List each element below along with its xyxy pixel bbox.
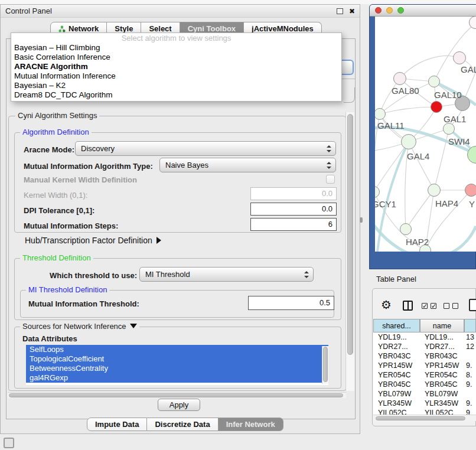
- table-row[interactable]: YBR045CYBR045C9.: [373, 380, 476, 389]
- data-attributes-label: Data Attributes: [22, 334, 77, 343]
- zoom-window-icon[interactable]: [397, 7, 404, 14]
- mi-threshold-label: Mutual Information Threshold:: [28, 299, 139, 308]
- dropdown-item-aracne[interactable]: ARACNE Algorithm: [11, 62, 341, 71]
- collapsed-arrow-icon: [157, 237, 161, 244]
- node-gal1[interactable]: [431, 101, 442, 113]
- dropdown-item-bayesian-k2[interactable]: Bayesian – K2: [11, 81, 341, 90]
- attribute-item-topological[interactable]: TopologicalCoefficient: [26, 354, 328, 364]
- which-threshold-label: Which threshold to use:: [50, 271, 137, 280]
- mi-threshold-input[interactable]: 0.5: [248, 296, 334, 310]
- new-table-icon[interactable]: [469, 299, 476, 311]
- column-layout-icon[interactable]: [403, 301, 413, 311]
- node-gal-top[interactable]: [453, 51, 466, 64]
- deselect-all-checkbox-icon[interactable]: [444, 303, 449, 309]
- manual-kernel-label: Manual Kernel Width Definition: [24, 175, 137, 184]
- attribute-item-selfloops[interactable]: SelfLoops: [26, 345, 328, 354]
- spinner-arrows-icon: [327, 145, 331, 152]
- table-horizontal-scrollbar[interactable]: [373, 415, 476, 421]
- dropdown-item-bayesian-hill[interactable]: Bayesian – Hill Climbing: [11, 43, 341, 53]
- node-y-salmon[interactable]: [465, 184, 476, 197]
- node-label-gal1: GAL1: [444, 114, 466, 124]
- dpi-tolerance-input[interactable]: 0.0: [250, 203, 337, 216]
- table-row[interactable]: YER054CYER054C8.: [373, 370, 476, 380]
- node-gal4[interactable]: [401, 134, 416, 149]
- panel-splitter-handle[interactable]: [360, 217, 363, 223]
- bottom-tabs: Impute Data Discretize Data Infer Networ…: [87, 418, 283, 431]
- mi-steps-input[interactable]: 6: [250, 218, 337, 231]
- table-row[interactable]: YLR345WYLR345W9.: [373, 399, 476, 408]
- node-label-gal4: GAL4: [407, 151, 429, 161]
- dropdown-item-mutual-information[interactable]: Mutual Information Inference: [11, 71, 341, 81]
- attributes-list-scrollbar[interactable]: [322, 346, 328, 384]
- network-window-titlebar[interactable]: [370, 5, 476, 17]
- node-hap2[interactable]: [400, 223, 412, 235]
- sources-group-title[interactable]: Sources for Network Inference: [20, 322, 139, 331]
- table-row[interactable]: YDR27...YDR27...12: [373, 342, 476, 351]
- inference-algorithm-combo-fragment[interactable]: [341, 60, 354, 75]
- node-label-swi4: SWI4: [448, 136, 470, 146]
- control-panel-titlebar: Control Panel ✖: [1, 5, 360, 18]
- table-row[interactable]: YIL052CYIL052C9: [373, 408, 476, 415]
- table-row[interactable]: YBR043CYBR043C: [373, 351, 476, 361]
- column-header-name[interactable]: name: [420, 319, 464, 332]
- kernel-width-input[interactable]: 0.0: [250, 187, 337, 200]
- deselect-all-checkbox-icon[interactable]: [452, 303, 458, 309]
- minimize-window-icon[interactable]: [386, 7, 393, 14]
- table-row[interactable]: YDL19...YDL19...13: [373, 332, 476, 342]
- select-all-checkbox-icon[interactable]: ✓: [422, 303, 428, 309]
- settings-vertical-scrollbar[interactable]: [345, 112, 354, 391]
- cyni-settings-group-title: Cyni Algorithm Settings: [15, 112, 99, 120]
- table-row[interactable]: YBL079WYBL079W: [373, 389, 476, 399]
- select-all-checkbox-icon[interactable]: ✓: [431, 303, 436, 309]
- node-gal80[interactable]: [393, 72, 406, 85]
- table-row[interactable]: YPR145WYPR145W9.: [373, 361, 476, 370]
- attribute-item-betweenness[interactable]: BetweennessCentrality: [26, 364, 328, 373]
- apply-button[interactable]: Apply: [158, 399, 200, 411]
- node-label-hap4: HAP4: [435, 198, 458, 208]
- hub-definition-toggle[interactable]: Hub/Transcription Factor Definition: [25, 236, 161, 245]
- float-panel-icon[interactable]: [337, 8, 343, 14]
- attribute-item-gal4rgexp[interactable]: gal4RGexp: [26, 373, 328, 383]
- mi-algorithm-type-combo[interactable]: Naive Bayes: [159, 158, 336, 172]
- node-label-gal10: GAL10: [434, 90, 462, 100]
- manual-kernel-checkbox[interactable]: [326, 175, 335, 184]
- spinner-arrows-icon: [327, 162, 331, 169]
- settings-horizontal-scrollbar[interactable]: [8, 392, 346, 398]
- node-label-gcy1: GCY1: [375, 199, 396, 209]
- control-panel-title: Control Panel: [5, 6, 52, 15]
- screen: Control Panel ✖ Network Style Select Cyn…: [0, 0, 476, 450]
- mi-threshold-group-title: MI Threshold Definition: [26, 286, 109, 294]
- column-header-partial[interactable]: [464, 319, 476, 332]
- groupbox-fragment-line: [342, 79, 355, 79]
- top-strip: [0, 0, 476, 4]
- algorithm-dropdown-placeholder: Select algorithm to view settings: [11, 33, 341, 43]
- which-threshold-combo[interactable]: MI Threshold: [139, 267, 314, 282]
- spinner-arrows-icon: [304, 271, 308, 278]
- expanded-arrow-icon: [130, 324, 137, 328]
- node-hap4[interactable]: [428, 184, 441, 197]
- aracne-mode-label: Aracne Mode:: [24, 145, 74, 154]
- aracne-mode-combo[interactable]: Discovery: [75, 141, 336, 156]
- dpi-tolerance-label: DPI Tolerance [0,1]:: [24, 206, 94, 215]
- dropdown-item-dream8[interactable]: Dream8 DC_TDC Algorithm: [11, 90, 341, 100]
- gear-icon[interactable]: ⚙: [381, 299, 392, 311]
- tab-discretize-data[interactable]: Discretize Data: [147, 418, 218, 431]
- close-panel-icon[interactable]: ✖: [349, 8, 355, 14]
- mi-steps-label: Mutual Information Steps:: [24, 221, 118, 230]
- groupbox-fragment-corner: [344, 87, 355, 103]
- algorithm-definition-title: Algorithm Definition: [20, 128, 92, 136]
- node-label-gal11: GAL11: [377, 120, 405, 131]
- close-window-icon[interactable]: [375, 7, 382, 14]
- network-canvas[interactable]: GAL80 GAL10 GAL1 GAL11 SWI4 GAL4 GCY1 HA…: [375, 17, 476, 252]
- tab-impute-data[interactable]: Impute Data: [87, 418, 147, 431]
- dropdown-item-basic-correlation[interactable]: Basic Correlation Inference: [11, 53, 341, 62]
- tab-network-label: Network: [69, 24, 99, 33]
- table-panel-title: Table Panel: [376, 275, 416, 283]
- tab-infer-network[interactable]: Infer Network: [219, 418, 283, 431]
- minimized-panel-icon[interactable]: [4, 438, 14, 448]
- node-swi4[interactable]: [443, 123, 455, 135]
- node-label-hap2: HAP2: [406, 237, 429, 247]
- column-header-shared[interactable]: shared...: [373, 319, 420, 332]
- node-gal10[interactable]: [428, 76, 440, 87]
- data-attributes-list: SelfLoops TopologicalCoefficient Between…: [26, 345, 328, 385]
